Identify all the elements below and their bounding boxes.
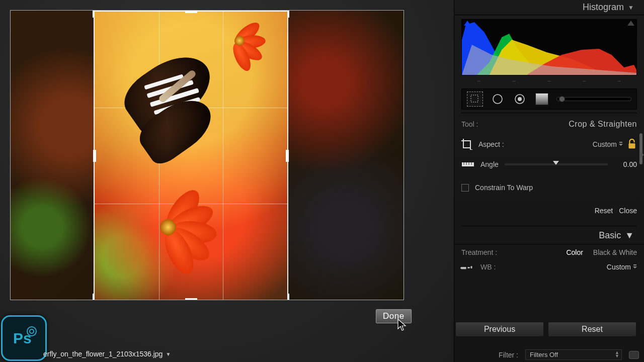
crop-handle-top[interactable]: [185, 10, 197, 13]
app-root: Done Ps erfly_on_the_flower_1_2103x1536.…: [0, 0, 644, 362]
highlight-clip-icon[interactable]: [627, 21, 634, 26]
aspect-lock-icon[interactable]: [627, 139, 637, 150]
ruler-icon: [461, 160, 474, 168]
svg-rect-8: [629, 144, 635, 145]
crop-rectangle[interactable]: [94, 11, 288, 300]
crop-options-panel: Tool : Crop & Straighten Aspect : Custom: [461, 113, 637, 226]
crop-handle-right[interactable]: [286, 150, 289, 162]
wb-row: WB : Custom: [454, 259, 644, 273]
tool-name-row: Tool : Crop & Straighten: [461, 113, 637, 134]
histogram-readouts: – – – – –: [454, 77, 644, 85]
wb-dropdown[interactable]: Custom: [607, 263, 637, 271]
done-button[interactable]: Done: [375, 309, 412, 324]
crop-aspect-icon: [461, 139, 472, 150]
filter-label: Filter :: [499, 351, 518, 359]
right-panel: Histogram ▼ – – – – –: [454, 0, 644, 362]
collapse-icon[interactable]: ▼: [628, 4, 634, 11]
flower-graphic: [160, 199, 256, 249]
treatment-label: Treatment :: [461, 248, 497, 256]
svg-rect-16: [470, 266, 472, 268]
eyedropper-icon[interactable]: [459, 259, 474, 275]
graduated-filter-icon[interactable]: [534, 92, 549, 106]
crop-handle-top-left[interactable]: [93, 10, 101, 18]
histogram-display[interactable]: [461, 19, 637, 75]
reset-button[interactable]: Reset: [548, 322, 636, 337]
basic-panel-header[interactable]: Basic ▼: [454, 227, 644, 244]
constrain-checkbox[interactable]: [461, 184, 469, 192]
tool-strip: [461, 88, 637, 110]
compare-buttons: Previous Reset: [455, 322, 636, 337]
svg-point-4: [493, 95, 502, 104]
crop-handle-top-right[interactable]: [281, 10, 289, 18]
previous-button[interactable]: Previous: [455, 322, 544, 337]
filter-dropdown[interactable]: Filters Off ▲▼: [525, 349, 622, 360]
crop-handle-bottom-right[interactable]: [281, 294, 289, 300]
angle-slider[interactable]: [505, 163, 608, 165]
wb-label: WB :: [480, 263, 496, 271]
panel-scrollbar[interactable]: [639, 133, 642, 164]
image-canvas[interactable]: [10, 10, 404, 300]
angle-value[interactable]: 0.00: [614, 160, 637, 168]
spot-tool-icon[interactable]: [490, 92, 505, 106]
crop-close-button[interactable]: Close: [619, 207, 637, 215]
filter-bar: Filter : Filters Off ▲▼: [499, 349, 639, 360]
aspect-dropdown[interactable]: Custom: [593, 140, 623, 148]
aspect-label: Aspect :: [478, 140, 504, 148]
svg-point-6: [518, 97, 522, 101]
photoshop-logo-icon: Ps: [1, 315, 47, 361]
histogram-panel-header[interactable]: Histogram ▼: [454, 0, 644, 15]
filename-dropdown-icon[interactable]: ▼: [166, 351, 171, 357]
crop-handle-bottom-left[interactable]: [93, 294, 101, 300]
filename-display[interactable]: erfly_on_the_flower_1_2103x1536.jpg ▼: [43, 350, 171, 358]
basic-title: Basic: [599, 230, 621, 241]
brush-size-slider[interactable]: [556, 92, 631, 106]
angle-label: Angle: [480, 160, 499, 168]
filename-text: erfly_on_the_flower_1_2103x1536.jpg: [43, 350, 163, 358]
treatment-bw-option[interactable]: Black & White: [593, 248, 637, 256]
crop-reset-button[interactable]: Reset: [595, 207, 613, 215]
crop-handle-bottom[interactable]: [185, 298, 197, 300]
svg-rect-10: [629, 147, 635, 147]
collapse-icon[interactable]: ▼: [625, 230, 634, 241]
svg-rect-3: [471, 95, 478, 102]
svg-rect-9: [629, 145, 635, 146]
treatment-row: Treatment : Color Black & White: [454, 245, 644, 259]
svg-text:Ps: Ps: [13, 330, 32, 346]
constrain-label: Constrain To Warp: [475, 184, 533, 192]
redeye-tool-icon[interactable]: [512, 92, 527, 106]
histogram-title: Histogram: [583, 2, 624, 13]
crop-tool-icon[interactable]: [467, 92, 483, 107]
shadow-clip-icon[interactable]: [464, 21, 471, 26]
flower2-graphic: [235, 27, 281, 62]
crop-handle-left[interactable]: [93, 150, 96, 162]
treatment-color-option[interactable]: Color: [566, 248, 583, 256]
expand-panel-icon[interactable]: [640, 151, 644, 159]
filter-switch-icon[interactable]: [629, 351, 639, 359]
